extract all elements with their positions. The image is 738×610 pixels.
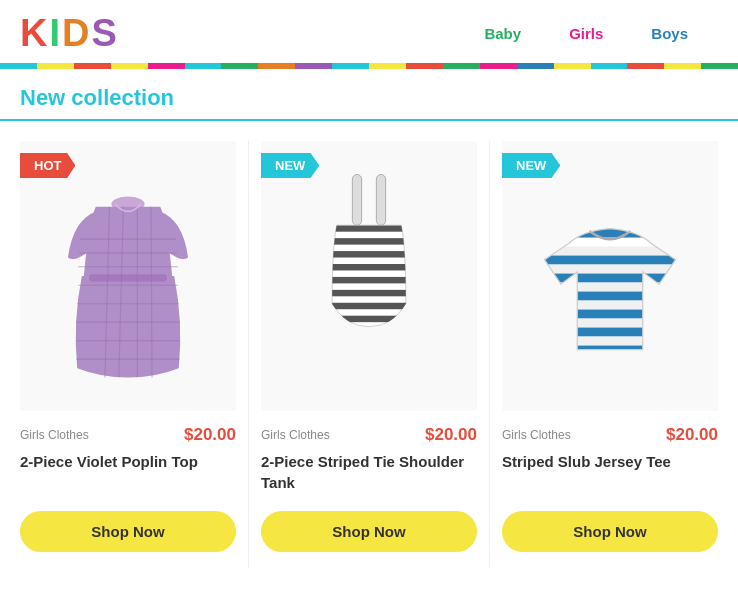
shop-now-button-3[interactable]: Shop Now [502,511,718,552]
shop-now-button-1[interactable]: Shop Now [20,511,236,552]
color-bar-segment [74,63,111,69]
header: KIDS Baby Girls Boys [0,0,738,63]
product-card-2: NEW [248,141,489,568]
product-price-2: $20.00 [425,425,477,445]
product-image-area-1: HOT [20,141,236,411]
color-bar-segment [406,63,443,69]
svg-rect-32 [540,310,683,319]
color-bar-segment [591,63,628,69]
product-name-1: 2-Piece Violet Poplin Top [20,451,236,493]
color-bar [0,63,738,69]
logo-s: S [91,12,118,54]
product-category-2: Girls Clothes [261,428,330,442]
svg-rect-35 [540,337,683,346]
svg-rect-17 [330,238,408,244]
product-price-1: $20.00 [184,425,236,445]
svg-rect-30 [540,292,683,301]
product-meta-2: Girls Clothes $20.00 [261,425,477,445]
logo-k: K [20,12,49,54]
product-image-3 [520,156,700,396]
color-bar-segment [701,63,738,69]
svg-rect-31 [540,301,683,310]
svg-rect-24 [540,229,683,238]
product-price-3: $20.00 [666,425,718,445]
product-image-area-3: NEW [502,141,718,411]
color-bar-segment [185,63,222,69]
color-bar-segment [627,63,664,69]
svg-rect-27 [540,265,683,274]
product-category-3: Girls Clothes [502,428,571,442]
product-name-3: Striped Slub Jersey Tee [502,451,718,493]
color-bar-segment [443,63,480,69]
color-bar-segment [258,63,295,69]
product-name-2: 2-Piece Striped Tie Shoulder Tank [261,451,477,493]
color-bar-segment [37,63,74,69]
product-image-1 [38,156,218,396]
svg-rect-21 [330,290,408,296]
svg-rect-20 [330,277,408,283]
color-bar-segment [664,63,701,69]
color-bar-segment [480,63,517,69]
section-header: New collection [0,69,738,121]
svg-rect-33 [540,319,683,328]
svg-rect-19 [330,264,408,270]
section-title: New collection [20,85,718,111]
logo-i: I [49,12,62,54]
color-bar-segment [221,63,258,69]
badge-new-3: NEW [502,153,560,178]
badge-hot-1: HOT [20,153,75,178]
svg-rect-16 [330,225,408,231]
svg-rect-34 [540,328,683,337]
nav-boys[interactable]: Boys [651,25,688,42]
product-grid: HOT [0,141,738,568]
color-bar-segment [554,63,591,69]
color-bar-segment [111,63,148,69]
color-bar-segment [517,63,554,69]
color-bar-segment [0,63,37,69]
product-meta-1: Girls Clothes $20.00 [20,425,236,445]
main-nav: Baby Girls Boys [484,25,688,42]
svg-rect-15 [376,174,385,225]
product-image-2 [279,156,459,396]
color-bar-segment [295,63,332,69]
svg-rect-28 [540,274,683,283]
svg-rect-14 [352,174,361,225]
color-bar-segment [369,63,406,69]
color-bar-segment [332,63,369,69]
product-category-1: Girls Clothes [20,428,89,442]
svg-rect-26 [540,256,683,265]
product-card-3: NEW [489,141,730,568]
product-meta-3: Girls Clothes $20.00 [502,425,718,445]
product-card-1: HOT [8,141,248,568]
svg-rect-13 [89,274,167,281]
color-bar-segment [148,63,185,69]
svg-rect-22 [330,303,408,309]
svg-rect-18 [330,251,408,257]
nav-baby[interactable]: Baby [484,25,521,42]
shop-now-button-2[interactable]: Shop Now [261,511,477,552]
product-image-area-2: NEW [261,141,477,411]
nav-girls[interactable]: Girls [569,25,603,42]
logo: KIDS [20,12,119,55]
badge-new-2: NEW [261,153,319,178]
logo-d: D [62,12,91,54]
